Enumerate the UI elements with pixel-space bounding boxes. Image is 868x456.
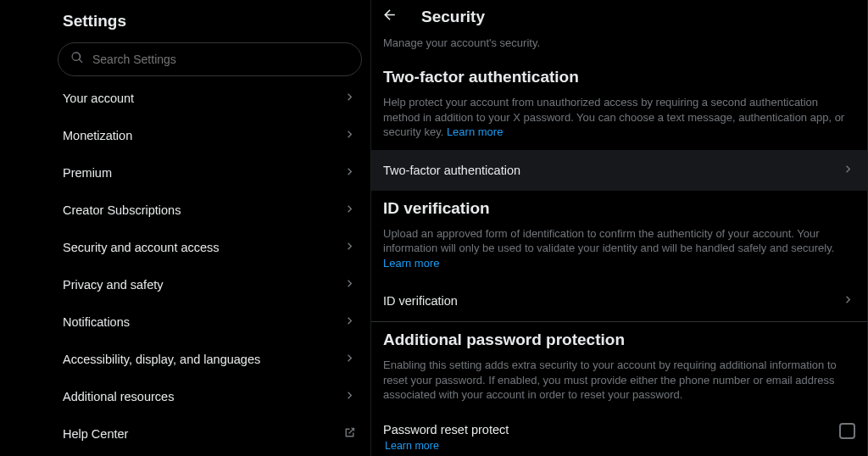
settings-title: Settings (49, 7, 370, 42)
password-reset-protect-checkbox[interactable] (839, 423, 855, 439)
sidebar-item-creator-subscriptions[interactable]: Creator Subscriptions (49, 192, 370, 229)
sidebar-item-label: Monetization (63, 129, 132, 142)
chevron-right-icon (841, 292, 855, 309)
sidebar-item-accessibility-display-languages[interactable]: Accessibility, display, and languages (49, 341, 370, 378)
search-input[interactable] (92, 53, 349, 66)
sidebar-item-label: Creator Subscriptions (63, 203, 181, 217)
settings-sidebar: Settings Your account Monetization Premi… (49, 0, 371, 456)
security-panel: Security Manage your account's security.… (371, 0, 868, 456)
panel-header: Security (371, 0, 867, 35)
sidebar-item-your-account[interactable]: Your account (49, 80, 370, 117)
panel-subtitle: Manage your account's security. (371, 35, 867, 59)
tfa-description: Help protect your account from unauthori… (371, 92, 867, 150)
chevron-right-icon (342, 202, 357, 219)
sidebar-item-privacy-safety[interactable]: Privacy and safety (49, 266, 370, 303)
sidebar-item-monetization[interactable]: Monetization (49, 117, 370, 154)
panel-title: Security (421, 8, 485, 26)
chevron-right-icon (342, 239, 357, 256)
sidebar-item-label: Accessibility, display, and languages (63, 353, 260, 366)
chevron-right-icon (342, 351, 357, 368)
search-container (49, 42, 370, 80)
password-reset-protect-row: Password reset protect Learn more (371, 413, 867, 455)
app-description: Enabling this setting adds extra securit… (371, 354, 867, 413)
search-field[interactable] (58, 42, 362, 76)
chevron-right-icon (342, 164, 357, 181)
tfa-row[interactable]: Two-factor authentication (371, 150, 867, 191)
sidebar-item-label: Additional resources (63, 390, 174, 403)
tfa-row-label: Two-factor authentication (383, 164, 520, 177)
sidebar-item-premium[interactable]: Premium (49, 154, 370, 192)
sidebar-item-label: Premium (63, 166, 112, 180)
external-link-icon (342, 425, 357, 442)
sidebar-item-additional-resources[interactable]: Additional resources (49, 378, 370, 415)
chevron-right-icon (342, 314, 357, 331)
idv-description: Upload an approved form of identificatio… (371, 223, 867, 281)
back-button[interactable] (381, 7, 398, 26)
chevron-right-icon (342, 127, 357, 144)
search-icon (70, 51, 84, 68)
idv-row-label: ID verification (383, 294, 458, 308)
sidebar-item-security-account-access[interactable]: Security and account access (49, 229, 370, 266)
chevron-right-icon (841, 162, 855, 179)
app-heading: Additional password protection (371, 322, 867, 354)
sidebar-item-label: Your account (63, 92, 134, 105)
sidebar-item-notifications[interactable]: Notifications (49, 303, 370, 341)
idv-heading: ID verification (371, 191, 867, 223)
chevron-right-icon (342, 276, 357, 293)
sidebar-item-label: Help Center (63, 427, 128, 441)
sidebar-item-label: Notifications (63, 315, 130, 329)
sidebar-item-label: Security and account access (63, 241, 220, 254)
tfa-learn-more-link[interactable]: Learn more (447, 125, 503, 138)
password-reset-protect-label: Password reset protect (383, 423, 509, 437)
app-learn-more-link[interactable]: Learn more (383, 440, 509, 452)
idv-row[interactable]: ID verification (371, 281, 867, 321)
app-root: Settings Your account Monetization Premi… (49, 0, 868, 456)
sidebar-item-help-center[interactable]: Help Center (49, 415, 370, 453)
tfa-heading: Two-factor authentication (371, 59, 867, 92)
chevron-right-icon (342, 388, 357, 405)
password-reset-protect-lhs: Password reset protect Learn more (383, 423, 509, 452)
settings-nav: Your account Monetization Premium Creato… (49, 80, 370, 453)
chevron-right-icon (342, 90, 357, 107)
idv-desc-text: Upload an approved form of identificatio… (383, 227, 834, 255)
sidebar-item-label: Privacy and safety (63, 278, 163, 292)
idv-learn-more-link[interactable]: Learn more (383, 257, 439, 270)
